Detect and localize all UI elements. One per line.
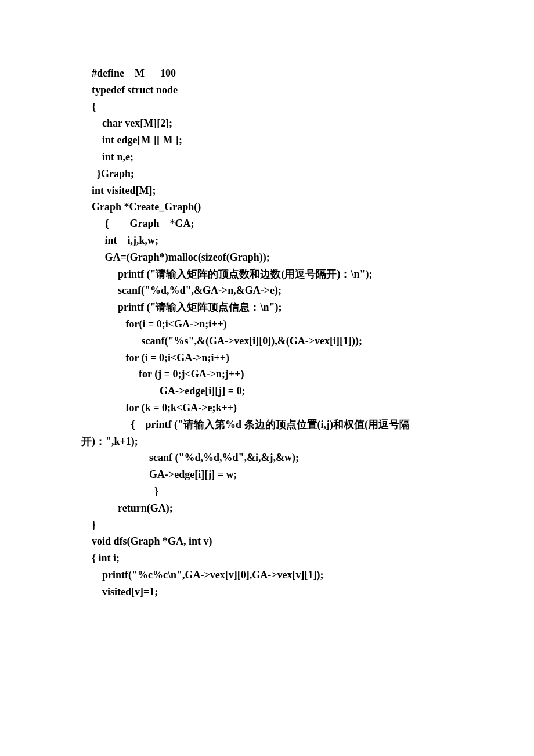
code-line: typedef struct node — [0, 82, 534, 99]
code-line: printf ("请输入矩阵的顶点数和边数(用逗号隔开)：\n"); — [0, 266, 534, 283]
code-line: for (k = 0;k<GA->e;k++) — [0, 399, 534, 416]
code-line: scanf("%s",&(GA->vex[i][0]),&(GA->vex[i]… — [0, 333, 534, 350]
document-page: #define M 100 typedef struct node { char… — [0, 0, 534, 756]
code-line: scanf ("%d,%d,%d",&i,&j,&w); — [0, 449, 534, 466]
code-line: for (j = 0;j<GA->n;j++) — [0, 366, 534, 383]
code-line: GA->edge[i][j] = 0; — [0, 383, 534, 399]
code-line: GA=(Graph*)malloc(sizeof(Graph)); — [0, 249, 534, 266]
code-line: visited[v]=1; — [0, 584, 534, 600]
code-line: } — [0, 483, 534, 500]
code-line: int i,j,k,w; — [0, 232, 534, 249]
code-line: int n,e; — [0, 149, 534, 165]
code-line: } — [0, 517, 534, 534]
code-line: #define M 100 — [0, 65, 534, 82]
code-line: for (i = 0;i<GA->n;i++) — [0, 350, 534, 366]
code-line: printf ("请输入矩阵顶点信息：\n"); — [0, 299, 534, 316]
code-line: int edge[M ][ M ]; — [0, 132, 534, 149]
code-line: { Graph *GA; — [0, 215, 534, 232]
code-line: scanf("%d,%d",&GA->n,&GA->e); — [0, 282, 534, 299]
code-line: GA->edge[i][j] = w; — [0, 466, 534, 483]
code-line: { int i; — [0, 550, 534, 567]
code-line: for(i = 0;i<GA->n;i++) — [0, 316, 534, 333]
code-line: { printf ("请输入第%d 条边的顶点位置(i,j)和权值(用逗号隔 — [0, 416, 534, 433]
code-line: 开)：",k+1); — [0, 433, 534, 450]
code-line: void dfs(Graph *GA, int v) — [0, 533, 534, 550]
code-line: Graph *Create_Graph() — [0, 199, 534, 215]
code-line: char vex[M][2]; — [0, 115, 534, 132]
code-line: }Graph; — [0, 165, 534, 182]
code-line: return(GA); — [0, 500, 534, 517]
code-line: { — [0, 99, 534, 116]
code-line: int visited[M]; — [0, 182, 534, 199]
code-line: printf("%c%c\n",GA->vex[v][0],GA->vex[v]… — [0, 567, 534, 584]
